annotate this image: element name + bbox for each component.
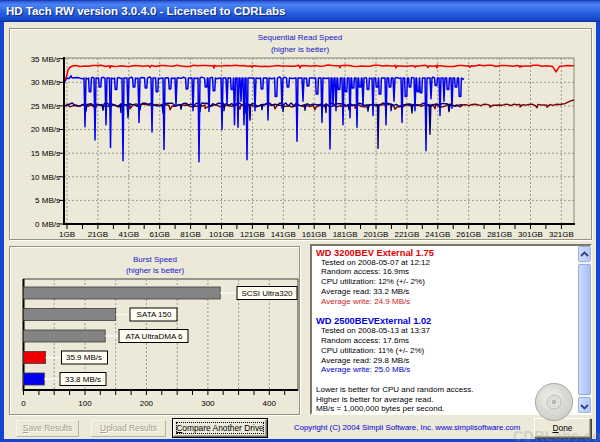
svg-text:(higher is better): (higher is better): [126, 266, 185, 275]
svg-text:100: 100: [78, 399, 92, 408]
svg-text:181GB: 181GB: [333, 230, 358, 239]
svg-text:200: 200: [140, 399, 154, 408]
svg-text:0: 0: [21, 399, 26, 408]
svg-text:201GB: 201GB: [364, 230, 389, 239]
svg-text:Sequential Read Speed: Sequential Read Speed: [258, 33, 343, 42]
svg-text:281GB: 281GB: [487, 230, 512, 239]
svg-text:241GB: 241GB: [425, 230, 450, 239]
svg-text:41GB: 41GB: [119, 230, 139, 239]
svg-text:121GB: 121GB: [240, 230, 265, 239]
svg-text:21GB: 21GB: [88, 230, 108, 239]
svg-text:61GB: 61GB: [149, 230, 169, 239]
svg-text:161GB: 161GB: [302, 230, 327, 239]
svg-text:25 MB/s: 25 MB/s: [31, 102, 60, 111]
svg-text:221GB: 221GB: [394, 230, 419, 239]
svg-text:ATA UltraDMA 6: ATA UltraDMA 6: [125, 332, 183, 341]
svg-text:300: 300: [201, 399, 215, 408]
svg-text:301GB: 301GB: [518, 230, 543, 239]
svg-text:141GB: 141GB: [271, 230, 296, 239]
svg-text:(higher is better): (higher is better): [271, 45, 330, 54]
svg-text:SCSI Ultra320: SCSI Ultra320: [241, 289, 293, 298]
svg-text:35 MB/s: 35 MB/s: [31, 55, 60, 64]
svg-text:SATA 150: SATA 150: [137, 310, 172, 319]
svg-text:321GB: 321GB: [549, 230, 574, 239]
svg-text:10 MB/s: 10 MB/s: [31, 173, 60, 182]
svg-text:5 MB/s: 5 MB/s: [35, 196, 60, 205]
svg-text:35.9 MB/s: 35.9 MB/s: [66, 353, 102, 362]
svg-text:81GB: 81GB: [180, 230, 200, 239]
svg-text:30 MB/s: 30 MB/s: [31, 78, 60, 87]
svg-text:101GB: 101GB: [209, 230, 234, 239]
svg-text:33.8 MB/s: 33.8 MB/s: [65, 375, 101, 384]
svg-text:1GB: 1GB: [59, 230, 75, 239]
svg-text:261GB: 261GB: [456, 230, 481, 239]
svg-text:20 MB/s: 20 MB/s: [31, 125, 60, 134]
svg-text:Burst Speed: Burst Speed: [133, 255, 177, 264]
svg-text:15 MB/s: 15 MB/s: [31, 149, 60, 158]
svg-text:0 MB/s: 0 MB/s: [35, 220, 60, 229]
svg-text:400: 400: [263, 399, 277, 408]
